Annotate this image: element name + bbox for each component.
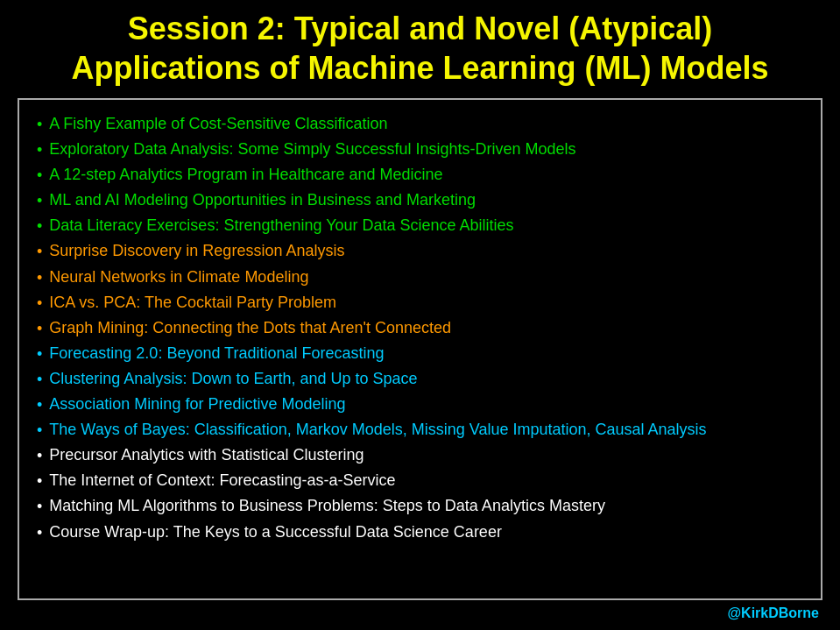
bullet-icon: • xyxy=(37,240,42,263)
bullet-icon: • xyxy=(37,266,42,289)
list-item: •ICA vs. PCA: The Cocktail Party Problem xyxy=(37,291,803,315)
list-item: •A 12-step Analytics Program in Healthca… xyxy=(37,163,803,187)
list-item: •Neural Networks in Climate Modeling xyxy=(37,265,803,289)
list-item: •Graph Mining: Connecting the Dots that … xyxy=(37,316,803,340)
bullet-icon: • xyxy=(37,215,42,237)
list-item: •Course Wrap-up: The Keys to a Successfu… xyxy=(37,520,803,544)
list-item-text: Exploratory Data Analysis: Some Simply S… xyxy=(49,138,575,160)
bullet-icon: • xyxy=(37,138,42,161)
list-item: •Data Literacy Exercises: Strengthening … xyxy=(37,214,803,237)
list-item-text: A Fishy Example of Cost-Sensitive Classi… xyxy=(49,112,387,135)
page-title: Session 2: Typical and Novel (Atypical) … xyxy=(71,9,768,88)
list-item: •Forecasting 2.0: Beyond Traditional For… xyxy=(37,342,803,365)
list-item: •Clustering Analysis: Down to Earth, and… xyxy=(37,367,803,391)
list-item-text: Precursor Analytics with Statistical Clu… xyxy=(49,443,364,466)
list-item-text: The Ways of Bayes: Classification, Marko… xyxy=(49,418,706,441)
list-item: •Association Mining for Predictive Model… xyxy=(37,393,803,416)
list-item-text: Forecasting 2.0: Beyond Traditional Fore… xyxy=(49,342,384,365)
list-item-text: The Internet of Context: Forecasting-as-… xyxy=(49,469,395,492)
list-item-text: Surprise Discovery in Regression Analysi… xyxy=(49,239,344,262)
list-item-text: Matching ML Algorithms to Business Probl… xyxy=(49,494,605,517)
list-item: •A Fishy Example of Cost-Sensitive Class… xyxy=(37,112,803,136)
list-item: •Surprise Discovery in Regression Analys… xyxy=(37,239,803,263)
list-item: •The Internet of Context: Forecasting-as… xyxy=(37,469,803,492)
bullet-icon: • xyxy=(37,164,42,187)
bullet-icon: • xyxy=(37,343,42,365)
content-box: •A Fishy Example of Cost-Sensitive Class… xyxy=(18,98,822,600)
bullet-icon: • xyxy=(37,470,42,492)
bullet-icon: • xyxy=(37,521,42,544)
list-item-text: Association Mining for Predictive Modeli… xyxy=(49,393,345,415)
list-item-text: Neural Networks in Climate Modeling xyxy=(49,265,308,288)
list-item: •The Ways of Bayes: Classification, Mark… xyxy=(37,418,803,442)
bullet-icon: • xyxy=(37,292,42,315)
bullet-icon: • xyxy=(37,113,42,136)
list-item: •Precursor Analytics with Statistical Cl… xyxy=(37,443,803,467)
list-item-text: Clustering Analysis: Down to Earth, and … xyxy=(49,367,417,390)
bullet-icon: • xyxy=(37,317,42,340)
list-item: •ML and AI Modeling Opportunities in Bus… xyxy=(37,188,803,212)
bullet-icon: • xyxy=(37,419,42,442)
list-item-text: ML and AI Modeling Opportunities in Busi… xyxy=(49,188,476,211)
bullet-icon: • xyxy=(37,393,42,416)
list-item-text: Data Literacy Exercises: Strengthening Y… xyxy=(49,214,513,237)
list-item: •Exploratory Data Analysis: Some Simply … xyxy=(37,138,803,161)
title-section: Session 2: Typical and Novel (Atypical) … xyxy=(62,9,777,88)
bullet-icon: • xyxy=(37,495,42,518)
list-item-text: ICA vs. PCA: The Cocktail Party Problem xyxy=(49,291,336,314)
footer-handle: @KirkDBorne xyxy=(727,605,822,621)
item-list: •A Fishy Example of Cost-Sensitive Class… xyxy=(37,112,803,544)
bullet-icon: • xyxy=(37,368,42,391)
list-item-text: Course Wrap-up: The Keys to a Successful… xyxy=(49,520,502,543)
list-item: •Matching ML Algorithms to Business Prob… xyxy=(37,494,803,518)
bullet-icon: • xyxy=(37,189,42,212)
list-item-text: A 12-step Analytics Program in Healthcar… xyxy=(49,163,442,186)
list-item-text: Graph Mining: Connecting the Dots that A… xyxy=(49,316,451,339)
bullet-icon: • xyxy=(37,444,42,467)
